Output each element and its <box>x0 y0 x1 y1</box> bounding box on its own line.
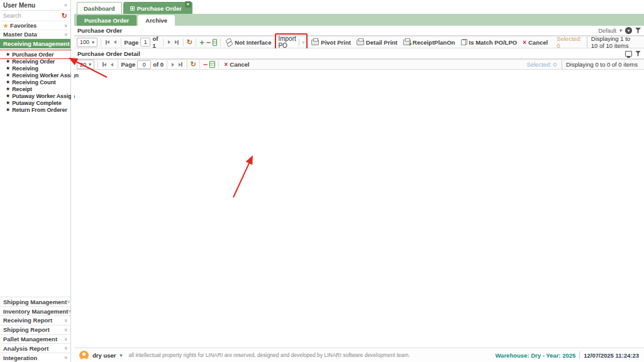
grid-filter-icon[interactable] <box>635 28 641 33</box>
sidebar-section-inventory-management[interactable]: Inventory Management» <box>0 306 70 315</box>
sidebar-section-shipping-management[interactable]: Shipping Management» <box>0 297 70 306</box>
export-excel-icon[interactable] <box>213 39 217 46</box>
page-input[interactable]: 1 <box>140 38 150 47</box>
sidebar-item-receiving-worker-assign[interactable]: ★Receiving Worker Assign <box>0 72 70 79</box>
master-data-label: Master Data <box>3 31 37 38</box>
selected-count: Selected: 0 <box>552 35 587 49</box>
master-grid-title-row: Purchase Order Default ▾ ▾ <box>74 26 644 35</box>
prev-page-button[interactable] <box>113 40 118 44</box>
star-icon: ★ <box>6 72 10 78</box>
detail-first-page-button[interactable] <box>101 62 108 67</box>
first-page-button[interactable] <box>104 40 111 45</box>
sidebar-section-receiving-report[interactable]: Receiving Report» <box>0 315 70 325</box>
detail-selected-count: Selected: 0 <box>521 61 562 68</box>
user-menu-caret-icon[interactable]: ▾ <box>120 353 123 358</box>
sidebar-item-receipt[interactable]: ★Receipt <box>0 85 70 92</box>
caret-down-icon: ▾ <box>92 40 94 45</box>
star-icon: ★ <box>6 79 10 85</box>
sidebar-section-analysis-report[interactable]: Analysis Report» <box>0 343 70 353</box>
sidebar-item-return-from-orderer[interactable]: ★Return From Orderer <box>0 106 70 113</box>
sidebar-item-purchase-order[interactable]: ★Purchase Order <box>0 51 70 58</box>
subtab-archive[interactable]: Archive <box>138 15 175 26</box>
clock: 12/07/2025 11:24:23 <box>584 352 639 359</box>
sidebar-item-putaway-worker-assign[interactable]: ★Putaway Worker Assign <box>0 92 70 99</box>
detail-toolbar: 20 ▾ Page 0 of 0 ↻ − × Cancel Sel <box>74 59 644 70</box>
printer-arrow-icon <box>403 40 411 45</box>
next-page-button[interactable] <box>167 40 172 44</box>
detail-prev-page-button[interactable] <box>109 63 114 67</box>
star-icon: ★ <box>6 100 10 106</box>
master-grid-title: Purchase Order <box>77 27 122 34</box>
chevron-down-icon: » <box>62 319 69 322</box>
remove-row-button[interactable]: − <box>206 38 211 47</box>
tab-dashboard[interactable]: Dashboard <box>77 2 122 14</box>
star-icon: ★ <box>6 93 10 99</box>
caret-down-icon: ▾ <box>619 28 622 33</box>
sidebar-item-label: Putaway Worker Assign <box>12 93 75 99</box>
chevron-down-icon: » <box>62 337 69 341</box>
tab-purchase-order[interactable]: Purchase Order × <box>123 2 192 14</box>
detail-print-button[interactable]: Detail Print <box>355 39 399 46</box>
chevron-up-icon: » <box>68 42 74 45</box>
not-interface-icon <box>226 39 233 46</box>
sidebar-item-label: Receiving <box>12 65 38 72</box>
user-name[interactable]: dry user <box>92 352 116 359</box>
last-page-button[interactable] <box>174 40 180 45</box>
collapse-sidebar-icon[interactable]: « <box>64 2 67 8</box>
not-interface-button[interactable]: Not Interface <box>224 39 273 46</box>
star-icon: ★ <box>6 58 10 64</box>
section-label: Shipping Report <box>3 326 50 333</box>
grid-filter-icon[interactable] <box>635 51 641 57</box>
sidebar-item-receiving[interactable]: ★Receiving <box>0 65 70 72</box>
monitor-icon[interactable] <box>625 51 632 57</box>
detail-remove-row-button[interactable]: − <box>203 60 208 69</box>
close-tab-icon[interactable]: × <box>185 1 191 8</box>
reset-search-icon[interactable]: ↻ <box>62 13 67 19</box>
sidebar-section-pallet-management[interactable]: Pallet Management» <box>0 334 70 344</box>
detail-export-excel-icon[interactable] <box>209 61 215 68</box>
cancel-x-icon: × <box>523 39 526 46</box>
detail-last-page-button[interactable] <box>177 62 184 67</box>
sidebar-item-receiving-order[interactable]: ★Receiving Order <box>0 58 70 65</box>
star-icon: ★ <box>6 107 10 112</box>
detail-page-input[interactable]: 0 <box>137 60 151 69</box>
pivot-print-button[interactable]: Pivot Print <box>309 39 353 46</box>
copyright-text: all intellectual property rights for LIN… <box>129 352 410 358</box>
detail-page-size-select[interactable]: 20 ▾ <box>77 60 94 69</box>
page-size-select[interactable]: 100 ▾ <box>77 38 97 47</box>
detail-displaying-status: Displaying 0 to 0 of 0 items <box>562 60 641 69</box>
sidebar-header: User Menu « <box>0 0 70 11</box>
chevron-down-icon: » <box>62 356 69 359</box>
search-input[interactable] <box>3 13 53 19</box>
tab-bar: Dashboard Purchase Order × <box>74 0 644 14</box>
chevron-down-icon: » <box>62 24 69 27</box>
detail-cancel-button[interactable]: × Cancel <box>222 61 251 68</box>
subtab-purchase-order[interactable]: Purchase Order <box>77 15 136 26</box>
sidebar-section-receiving-management[interactable]: Receiving Management » <box>0 39 70 48</box>
sidebar-section-integeration[interactable]: Integeration» <box>0 353 70 362</box>
detail-refresh-button[interactable]: ↻ <box>191 60 196 69</box>
sidebar-section-shipping-report[interactable]: Shipping Report» <box>0 325 70 334</box>
is-match-po-lpo-button[interactable]: Is Match PO/LPO <box>459 39 519 46</box>
add-row-button[interactable]: + <box>199 38 204 47</box>
sidebar-item-label: Return From Orderer <box>12 107 67 113</box>
warehouse-status: Warehouse: Dry - Year: 2025 <box>496 352 576 359</box>
sidebar-section-master-data[interactable]: Master Data » <box>0 30 70 39</box>
sidebar-item-putaway-complete[interactable]: ★Putaway Complete <box>0 99 70 106</box>
receipt-plan-on-button[interactable]: ReceiptPlanOn <box>401 39 457 46</box>
section-label: Receiving Report <box>3 317 52 324</box>
sidebar-section-favorites[interactable]: ★ Favorites » <box>0 21 70 30</box>
chevron-down-icon: » <box>65 300 72 304</box>
sidebar-item-label: Receipt <box>12 86 32 92</box>
sidebar-item-receiving-count[interactable]: ★Receiving Count <box>0 79 70 85</box>
view-selector[interactable]: Default <box>598 28 616 34</box>
user-avatar[interactable] <box>79 351 89 360</box>
app-window: User Menu « ↻ ★ Favorites » Master Data … <box>0 0 644 362</box>
collapse-grid-icon[interactable]: ▾ <box>625 27 632 34</box>
displaying-status: Displaying 1 to 10 of 10 items <box>587 36 641 48</box>
import-po-menu-icon[interactable]: » <box>301 41 306 43</box>
refresh-button[interactable]: ↻ <box>187 38 192 47</box>
detail-next-page-button[interactable] <box>170 63 175 67</box>
cancel-button[interactable]: × Cancel <box>521 39 550 46</box>
printer-icon <box>311 40 319 45</box>
